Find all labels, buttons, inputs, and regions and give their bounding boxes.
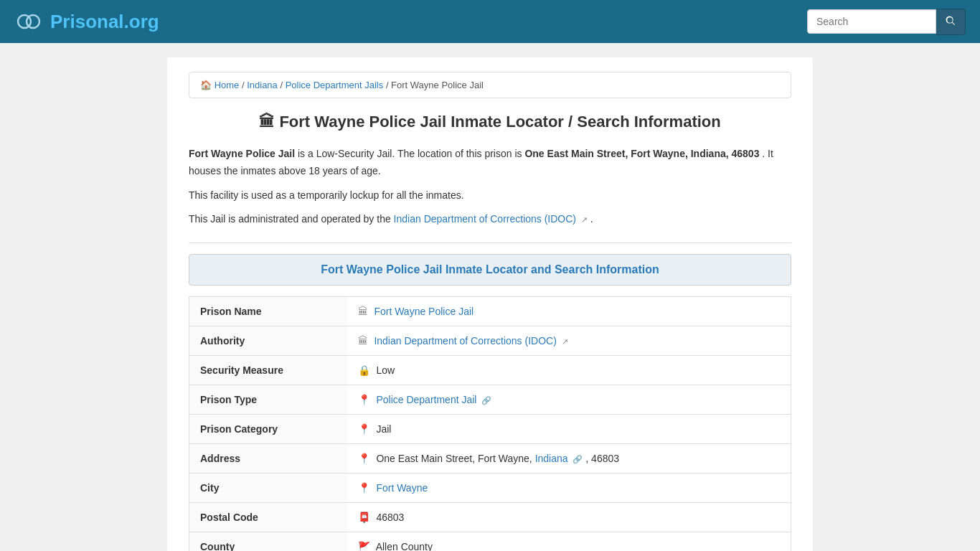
value-prison-type: 📍 Police Department Jail 🔗 <box>347 385 791 415</box>
value-city: 📍 Fort Wayne <box>347 474 791 503</box>
value-prison-name: 🏛 Fort Wayne Police Jail <box>347 297 791 326</box>
page-title-area: 🏛 Fort Wayne Police Jail Inmate Locator … <box>189 113 791 131</box>
label-prison-name: Prison Name <box>189 297 347 326</box>
breadcrumb-home[interactable]: Home <box>215 80 240 90</box>
security-value: Low <box>376 364 395 376</box>
header: Prisonal.org <box>0 0 980 43</box>
ext-icon-type: 🔗 <box>481 396 491 405</box>
value-address: 📍 One East Main Street, Fort Wayne, Indi… <box>347 444 791 474</box>
table-row: County 🚩 Allen County <box>189 532 791 551</box>
label-authority: Authority <box>189 326 347 356</box>
description: Fort Wayne Police Jail is a Low-Security… <box>189 146 791 228</box>
logo-area: Prisonal.org <box>14 7 159 36</box>
table-row: Postal Code 📮 46803 <box>189 503 791 532</box>
table-row: City 📍 Fort Wayne <box>189 474 791 503</box>
page-title: 🏛 Fort Wayne Police Jail Inmate Locator … <box>189 113 791 131</box>
section-title: Fort Wayne Police Jail Inmate Locator an… <box>200 263 780 276</box>
search-icon <box>945 15 956 27</box>
search-button[interactable] <box>936 9 966 35</box>
address-bold: One East Main Street, Fort Wayne, Indian… <box>524 148 759 159</box>
table-row: Prison Type 📍 Police Department Jail 🔗 <box>189 385 791 415</box>
ext-icon-indiana: 🔗 <box>573 455 583 463</box>
county-icon: 🚩 <box>358 541 370 551</box>
prison-type-link[interactable]: Police Department Jail <box>376 394 476 405</box>
indiana-link[interactable]: Indiana <box>535 453 568 464</box>
label-county: County <box>189 532 347 551</box>
info-table: Prison Name 🏛 Fort Wayne Police Jail Aut… <box>189 296 791 551</box>
table-row: Authority 🏛 Indian Department of Correct… <box>189 326 791 356</box>
search-input[interactable] <box>807 9 936 34</box>
breadcrumb-indiana[interactable]: Indiana <box>247 80 278 90</box>
nav-icon-type: 📍 <box>358 394 370 405</box>
city-link[interactable]: Fort Wayne <box>376 482 428 494</box>
prison-title-icon: 🏛 <box>259 113 279 131</box>
authority-icon: 🏛 <box>358 335 368 347</box>
nav-icon-cat: 📍 <box>358 423 370 435</box>
label-security: Security Measure <box>189 356 347 385</box>
table-row: Prison Name 🏛 Fort Wayne Police Jail <box>189 297 791 326</box>
logo-text: Prisonal.org <box>50 11 159 33</box>
ext-link-icon: ↗ <box>581 215 588 224</box>
label-address: Address <box>189 444 347 474</box>
idoc-link[interactable]: Indian Department of Corrections (IDOC) <box>394 213 576 225</box>
value-county: 🚩 Allen County <box>347 532 791 551</box>
prison-icon: 🏛 <box>358 306 368 317</box>
table-row: Security Measure 🔒 Low <box>189 356 791 385</box>
value-authority: 🏛 Indian Department of Corrections (IDOC… <box>347 326 791 356</box>
jail-name-bold: Fort Wayne Police Jail <box>189 148 295 159</box>
description-paragraph-1: Fort Wayne Police Jail is a Low-Security… <box>189 146 791 180</box>
logo-icon <box>14 7 43 36</box>
svg-point-1 <box>27 15 39 28</box>
postal-value: 46803 <box>376 512 404 523</box>
section-header: Fort Wayne Police Jail Inmate Locator an… <box>189 254 791 286</box>
value-security: 🔒 Low <box>347 356 791 385</box>
authority-link[interactable]: Indian Department of Corrections (IDOC) <box>374 335 556 347</box>
label-postal: Postal Code <box>189 503 347 532</box>
table-row: Prison Category 📍 Jail <box>189 415 791 444</box>
address-suffix: , 46803 <box>585 453 619 464</box>
county-value: Allen County <box>376 541 433 551</box>
ext-icon-authority: ↗ <box>562 337 568 346</box>
description-paragraph-2: This facility is used as a temporarily l… <box>189 187 791 204</box>
postal-icon: 📮 <box>358 512 370 523</box>
search-area <box>807 9 966 35</box>
lock-icon: 🔒 <box>358 364 370 376</box>
label-city: City <box>189 474 347 503</box>
description-paragraph-3: This Jail is administrated and operated … <box>189 211 791 228</box>
prison-category-value: Jail <box>376 423 391 435</box>
breadcrumb: 🏠 Home / Indiana / Police Department Jai… <box>189 72 791 98</box>
prison-name-link[interactable]: Fort Wayne Police Jail <box>374 306 473 317</box>
breadcrumb-police-jails[interactable]: Police Department Jails <box>286 80 384 90</box>
pin-icon: 📍 <box>358 453 370 464</box>
table-row: Address 📍 One East Main Street, Fort Way… <box>189 444 791 474</box>
main-content: 🏠 Home / Indiana / Police Department Jai… <box>167 57 813 551</box>
label-prison-category: Prison Category <box>189 415 347 444</box>
city-icon: 📍 <box>358 482 370 494</box>
breadcrumb-current: Fort Wayne Police Jail <box>391 80 484 90</box>
address-prefix: One East Main Street, Fort Wayne, <box>376 453 534 464</box>
home-icon: 🏠 <box>200 80 212 90</box>
value-postal: 📮 46803 <box>347 503 791 532</box>
label-prison-type: Prison Type <box>189 385 347 415</box>
divider <box>189 242 791 243</box>
value-prison-category: 📍 Jail <box>347 415 791 444</box>
